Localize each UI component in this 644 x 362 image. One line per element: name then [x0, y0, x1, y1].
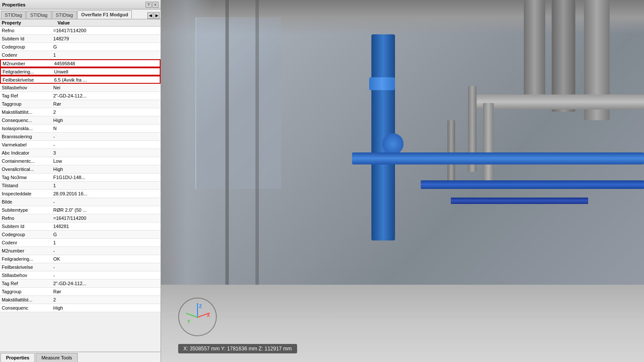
table-row: Stillasbehov -	[0, 271, 161, 280]
prop-value-10: 2	[53, 110, 159, 115]
prop-name-27: M2number	[2, 248, 53, 253]
table-row: Taggroup Rør	[0, 288, 161, 296]
prop-value-16: Low	[53, 158, 159, 164]
prop-name-8: Tag Ref	[2, 93, 53, 98]
prop-value-2: G	[53, 44, 159, 49]
tab-prev-button[interactable]: ◀	[147, 12, 153, 19]
value-column-header: Value	[58, 20, 152, 25]
prop-name-22: Subitemtype	[2, 207, 53, 213]
prop-name-32: Taggroup	[2, 289, 53, 294]
table-row: Codenr 1	[0, 239, 161, 247]
prop-value-7: Nei	[53, 85, 159, 90]
table-row: Stillasbehov Nei	[0, 84, 161, 92]
prop-name-3: Codenr	[2, 52, 53, 58]
prop-name-34: Consequenc	[2, 305, 53, 310]
tab-navigation: ◀ ▶	[147, 12, 160, 19]
table-row-highlighted: Feilgradering... Unwell	[0, 67, 161, 76]
prop-value-11: High	[53, 118, 159, 123]
tab-stidtag-1[interactable]: STIDtag	[1, 11, 26, 19]
prop-name-2: Codegroup	[2, 44, 53, 49]
prop-name-19: Tilstand	[2, 183, 53, 188]
table-row: Isolasjonskla... N	[0, 125, 161, 133]
table-row: Subitemtype RØR 2.0" (50 ...	[0, 206, 161, 214]
prop-value-0: =16417/114200	[53, 28, 159, 33]
bottom-tab-properties[interactable]: Properties	[0, 353, 35, 362]
prop-value-12: N	[53, 126, 159, 131]
prop-name-23: Refno	[2, 216, 53, 221]
properties-list[interactable]: Refno =16417/114200 Subitem Id 148279 Co…	[0, 27, 161, 352]
prop-name-0: Refno	[2, 28, 53, 33]
pipe-medium-horizontal	[472, 94, 644, 110]
table-row: Feilgradering... OK	[0, 255, 161, 263]
table-row-highlighted: M2number 44595848	[0, 59, 161, 67]
table-row: Containmentc... Low	[0, 157, 161, 165]
x-axis-label: X	[207, 313, 210, 318]
prop-name-1: Subitem Id	[2, 36, 53, 41]
prop-name-20: Inspecteddate	[2, 191, 53, 196]
prop-name-12: Isolasjonskla...	[2, 126, 53, 131]
prop-name-17: Overallcritical...	[2, 167, 53, 172]
help-button[interactable]: ?	[146, 2, 152, 8]
prop-value-22: RØR 2.0" (50 ...	[53, 207, 159, 213]
prop-value-18: F1G1DU-148...	[53, 175, 159, 180]
y-axis-label: Y	[187, 319, 190, 324]
prop-value-34: High	[53, 305, 159, 310]
prop-name-28: Feilgradering...	[2, 256, 53, 262]
panel-title: Properties	[2, 2, 25, 7]
prop-value-20: 28.09.2016 16...	[53, 191, 159, 196]
tab-stidtag-3[interactable]: STIDtag	[52, 11, 77, 19]
prop-value-1: 148279	[53, 36, 159, 41]
y-axis-line	[186, 313, 197, 317]
table-row: Refno =16417/114200	[0, 214, 161, 222]
tab-stidtag-2[interactable]: STIDtag	[26, 11, 51, 19]
table-row: Codegroup G	[0, 231, 161, 239]
axis-orientation-widget: Z X Y	[178, 298, 217, 336]
prop-value-19: 1	[53, 183, 159, 188]
prop-value-21: -	[53, 199, 159, 204]
table-row: Refno =16417/114200	[0, 27, 161, 35]
prop-name-15: Abc Indicator	[2, 150, 53, 155]
prop-name-33: Makstillattilst...	[2, 297, 53, 302]
pipe-blue-horizontal-1	[352, 152, 644, 164]
title-bar-controls: ? ×	[146, 2, 158, 8]
3d-viewport[interactable]: Z X Y X: 3508557 mm Y: 1781636 mm Z: 112…	[161, 0, 644, 362]
prop-name-30: Stillasbehov	[2, 273, 53, 278]
prop-name-9: Taggroup	[2, 101, 53, 106]
tab-next-button[interactable]: ▶	[154, 12, 160, 19]
prop-value-24: 148281	[53, 224, 159, 229]
prop-value-8: 2"-GD-24-112...	[53, 93, 159, 98]
table-row: Abc Indicator 3	[0, 149, 161, 157]
prop-value-27: -	[53, 248, 159, 253]
table-row: Codegroup G	[0, 43, 161, 51]
table-row: Varmekabel -	[0, 141, 161, 149]
title-bar: Properties ? ×	[0, 0, 161, 9]
table-row: Tag Ref 2"-GD-24-112...	[0, 92, 161, 100]
prop-name-25: Codegroup	[2, 232, 53, 237]
pipe-blue-horizontal-2	[421, 180, 644, 189]
prop-value-31: 2"-GD-24-112...	[53, 281, 159, 286]
table-row: Taggroup Rør	[0, 100, 161, 108]
pipe-large-vertical-3	[524, 0, 545, 103]
prop-value-33: 2	[53, 297, 159, 302]
axis-circle: Z X Y	[178, 298, 217, 336]
prop-value-25: G	[53, 232, 159, 237]
properties-panel: Properties ? × STIDtag STIDtag STIDtag O…	[0, 0, 161, 362]
prop-name-11: Consequenc...	[2, 118, 53, 123]
table-row: Overallcritical... High	[0, 165, 161, 173]
prop-value-13: -	[53, 134, 159, 139]
table-row: Subitem Id 148279	[0, 35, 161, 43]
prop-value-30: -	[53, 273, 159, 278]
prop-value-26: 1	[53, 240, 159, 245]
3d-scene: Z X Y X: 3508557 mm Y: 1781636 mm Z: 112…	[161, 0, 644, 362]
tab-overflate[interactable]: Overflate F1 Modgud	[77, 10, 132, 19]
table-row: Tilstand 1	[0, 182, 161, 190]
bottom-tab-measure[interactable]: Measure Tools	[36, 353, 77, 362]
prop-name-31: Tag Ref	[2, 281, 53, 286]
table-row-highlighted: Feilbeskrivelse 6.5 (Avvik fra ...	[0, 76, 161, 84]
table-row: Brannisolering -	[0, 133, 161, 141]
close-button[interactable]: ×	[152, 2, 158, 8]
prop-value-5: Unwell	[54, 69, 158, 74]
table-row: Tag Ref 2"-GD-24-112...	[0, 280, 161, 288]
prop-value-15: 3	[53, 150, 159, 155]
prop-name-5: Feilgradering...	[3, 69, 54, 74]
